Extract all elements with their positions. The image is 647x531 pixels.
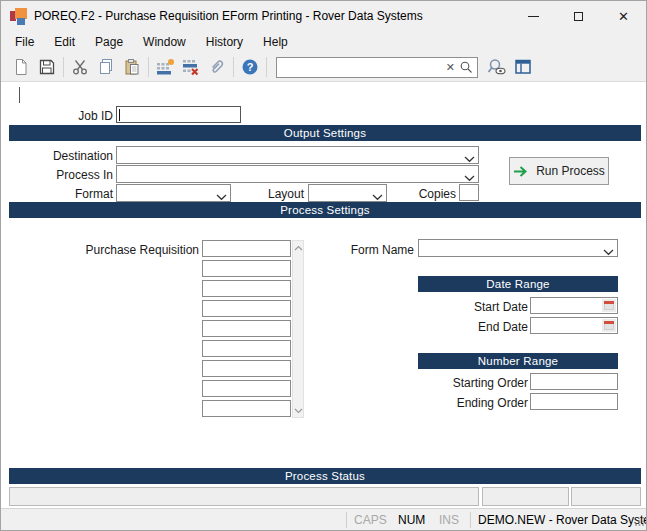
job-id-input[interactable] [116,106,241,123]
run-process-label: Run Process [536,164,605,178]
window-controls: ✕ [511,1,646,31]
purchase-requisition-input-1[interactable] [202,240,291,257]
lookup-eye-icon [487,58,507,76]
purchase-requisition-scrollbar[interactable] [292,240,304,418]
text-cursor [19,87,20,103]
ending-order-label: Ending Order [431,395,528,412]
copies-input[interactable] [459,184,479,201]
purchase-requisition-input-6[interactable] [202,340,291,357]
search-magnifier-icon[interactable] [459,60,477,74]
calendar-icon [604,321,614,330]
maximize-icon [574,12,583,21]
search-input[interactable] [277,58,442,77]
toolbar-separator [266,57,267,77]
delete-row-icon [181,58,201,76]
save-icon [38,58,56,76]
copy-icon [97,58,115,76]
minimize-icon [528,16,539,17]
purchase-requisition-input-7[interactable] [202,360,291,377]
app-window: POREQ.F2 - Purchase Requisition EForm Pr… [0,0,647,531]
toolbar: ? ✕ [1,53,646,82]
title-bar: POREQ.F2 - Purchase Requisition EForm Pr… [1,1,646,31]
start-date-calendar-button[interactable] [602,299,616,312]
delete-row-button[interactable] [178,55,204,79]
statusbar-separator [470,512,471,528]
form-name-label: Form Name [331,242,414,259]
format-select[interactable] [116,184,231,202]
destination-select[interactable] [116,146,479,164]
form-name-select[interactable] [418,239,618,257]
help-button[interactable]: ? [237,55,263,79]
end-date-label: End Date [431,319,528,336]
purchase-requisition-input-8[interactable] [202,380,291,397]
form-content: Job ID Output Settings Destination Proce… [1,82,646,508]
starting-order-label: Starting Order [431,375,528,392]
run-process-button[interactable]: Run Process [509,157,609,185]
search-clear-icon[interactable]: ✕ [442,62,459,73]
resize-grip[interactable] [635,515,645,529]
status-bar: CAPS NUM INS DEMO.NEW - Rover Data Syste… [1,508,646,530]
toolbar-separator [63,57,64,77]
cut-button[interactable] [67,55,93,79]
layout-select[interactable] [308,184,387,202]
job-id-label: Job ID [31,108,113,125]
save-button[interactable] [34,55,60,79]
process-status-message [9,487,479,506]
toolbar-separator [148,57,149,77]
menu-help[interactable]: Help [253,32,298,52]
menu-page[interactable]: Page [85,32,133,52]
ending-order-input[interactable] [530,393,618,410]
menu-file[interactable]: File [5,32,44,52]
process-in-select[interactable] [116,165,479,183]
insert-row-icon [155,58,175,76]
maximize-button[interactable] [556,1,601,31]
scroll-down-icon[interactable] [293,404,303,417]
run-arrow-icon [513,165,530,178]
purchase-requisition-input-4[interactable] [202,300,291,317]
num-lock-indicator: NUM [398,513,425,527]
copy-button[interactable] [93,55,119,79]
toolbar-separator [233,57,234,77]
output-settings-header: Output Settings [9,125,641,141]
purchase-requisition-input-2[interactable] [202,260,291,277]
purchase-requisition-input-3[interactable] [202,280,291,297]
menu-bar: File Edit Page Window History Help [1,31,646,53]
starting-order-input[interactable] [530,373,618,390]
paste-icon [123,58,141,76]
window-title: POREQ.F2 - Purchase Requisition EForm Pr… [34,9,423,23]
format-label: Format [21,186,113,203]
purchase-requisition-input-9[interactable] [202,400,291,417]
menu-edit[interactable]: Edit [44,32,85,52]
window-layout-button[interactable] [510,55,536,79]
purchase-requisition-input-5[interactable] [202,320,291,337]
text-caret [119,109,120,121]
window-layout-icon [514,58,532,76]
calendar-icon [604,301,614,310]
process-status-field-2 [482,487,569,506]
process-in-label: Process In [21,167,113,184]
scroll-up-icon[interactable] [293,241,303,254]
end-date-calendar-button[interactable] [602,319,616,332]
minimize-button[interactable] [511,1,556,31]
process-status-field-3 [571,487,641,506]
session-info: DEMO.NEW - Rover Data Systems [478,513,647,527]
app-icon [10,8,27,25]
resize-grip-icon [635,516,645,526]
attachment-button[interactable] [204,55,230,79]
insert-row-button[interactable] [152,55,178,79]
caps-lock-indicator: CAPS [354,513,387,527]
new-document-button[interactable] [8,55,34,79]
menu-history[interactable]: History [196,32,253,52]
svg-text:?: ? [247,61,254,73]
close-button[interactable]: ✕ [601,1,646,31]
menu-window[interactable]: Window [133,32,196,52]
help-icon: ? [241,58,259,76]
lookup-button[interactable] [484,55,510,79]
new-document-icon [12,58,30,76]
end-date-input[interactable] [530,317,618,334]
start-date-input[interactable] [530,297,618,314]
chevron-down-icon [464,152,475,166]
paste-button[interactable] [119,55,145,79]
statusbar-separator [346,512,347,528]
destination-label: Destination [21,148,113,165]
